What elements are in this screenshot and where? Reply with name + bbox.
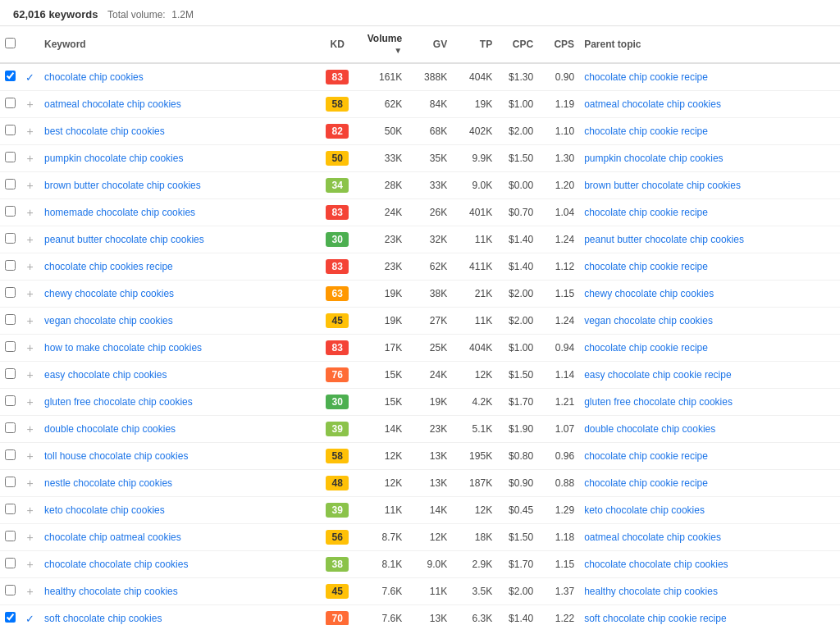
- parent-topic-link[interactable]: pumpkin chocolate chip cookies: [584, 153, 723, 164]
- keyword-link[interactable]: chocolate chip cookies: [44, 71, 144, 83]
- plus-icon[interactable]: +: [26, 98, 33, 111]
- keyword-link[interactable]: keto chocolate chip cookies: [44, 504, 165, 516]
- plus-icon[interactable]: +: [26, 260, 33, 273]
- select-all-checkbox[interactable]: [5, 38, 16, 48]
- plus-icon[interactable]: +: [26, 395, 33, 408]
- row-action[interactable]: +: [21, 416, 39, 443]
- row-action[interactable]: +: [21, 470, 39, 497]
- row-checkbox[interactable]: [5, 422, 16, 433]
- row-checkbox[interactable]: [5, 368, 16, 379]
- row-checkbox[interactable]: [5, 98, 16, 108]
- row-checkbox[interactable]: [5, 477, 16, 487]
- row-checkbox[interactable]: [5, 449, 16, 460]
- parent-topic-link[interactable]: oatmeal chocolate chip cookies: [584, 531, 721, 543]
- plus-icon[interactable]: +: [26, 558, 33, 571]
- plus-icon[interactable]: +: [26, 179, 33, 192]
- row-checkbox[interactable]: [5, 341, 16, 352]
- row-checkbox[interactable]: [5, 125, 16, 135]
- keyword-link[interactable]: pumpkin chocolate chip cookies: [44, 153, 183, 164]
- keyword-link[interactable]: vegan chocolate chip cookies: [44, 315, 173, 326]
- row-checkbox[interactable]: [5, 585, 16, 595]
- parent-topic-link[interactable]: chocolate chip cookie recipe: [584, 207, 708, 218]
- row-checkbox[interactable]: [5, 152, 16, 162]
- plus-icon[interactable]: +: [26, 287, 33, 300]
- col-header-volume[interactable]: Volume ▼: [358, 26, 407, 63]
- keyword-link[interactable]: how to make chocolate chip cookies: [44, 342, 202, 354]
- row-action[interactable]: +: [21, 145, 39, 172]
- parent-topic-link[interactable]: keto chocolate chip cookies: [584, 504, 705, 516]
- row-action[interactable]: +: [21, 281, 39, 308]
- col-header-cps[interactable]: CPS: [538, 26, 579, 63]
- plus-icon[interactable]: +: [26, 368, 33, 381]
- parent-topic-link[interactable]: chocolate chip cookie recipe: [584, 477, 708, 489]
- keyword-link[interactable]: brown butter chocolate chip cookies: [44, 180, 201, 191]
- plus-icon[interactable]: +: [26, 233, 33, 246]
- keyword-link[interactable]: homemade chocolate chip cookies: [44, 207, 195, 218]
- row-action[interactable]: +: [21, 497, 39, 524]
- row-action[interactable]: +: [21, 226, 39, 253]
- row-checkbox[interactable]: [5, 179, 16, 189]
- row-checkbox[interactable]: [5, 314, 16, 325]
- keyword-link[interactable]: chocolate chip cookies recipe: [44, 261, 173, 272]
- plus-icon[interactable]: +: [26, 531, 33, 544]
- keyword-link[interactable]: soft chocolate chip cookies: [44, 613, 162, 624]
- keyword-link[interactable]: toll house chocolate chip cookies: [44, 450, 188, 462]
- row-action[interactable]: +: [21, 524, 39, 551]
- plus-icon[interactable]: +: [26, 125, 33, 138]
- plus-icon[interactable]: +: [26, 504, 33, 517]
- keyword-link[interactable]: healthy chocolate chip cookies: [44, 586, 178, 597]
- plus-icon[interactable]: +: [26, 152, 33, 165]
- col-header-parent[interactable]: Parent topic: [579, 26, 840, 63]
- keyword-link[interactable]: easy chocolate chip cookies: [44, 369, 167, 381]
- row-action[interactable]: +: [21, 443, 39, 470]
- parent-topic-link[interactable]: chewy chocolate chip cookies: [584, 288, 714, 299]
- row-action[interactable]: +: [21, 308, 39, 335]
- parent-topic-link[interactable]: gluten free chocolate chip cookies: [584, 396, 733, 408]
- parent-topic-link[interactable]: chocolate chip cookie recipe: [584, 450, 708, 462]
- row-action[interactable]: +: [21, 91, 39, 118]
- plus-icon[interactable]: +: [26, 314, 33, 327]
- keyword-link[interactable]: double chocolate chip cookies: [44, 423, 176, 435]
- row-action[interactable]: +: [21, 551, 39, 578]
- plus-icon[interactable]: +: [26, 206, 33, 219]
- row-checkbox[interactable]: [5, 504, 16, 514]
- keyword-link[interactable]: chocolate chocolate chip cookies: [44, 559, 188, 570]
- keyword-link[interactable]: nestle chocolate chip cookies: [44, 477, 172, 489]
- row-action[interactable]: +: [21, 335, 39, 362]
- parent-topic-link[interactable]: brown butter chocolate chip cookies: [584, 180, 741, 191]
- parent-topic-link[interactable]: chocolate chip cookie recipe: [584, 261, 708, 272]
- keyword-link[interactable]: chocolate chip oatmeal cookies: [44, 531, 181, 543]
- col-header-kd[interactable]: KD: [317, 26, 358, 63]
- row-action[interactable]: ✓: [21, 63, 39, 91]
- row-checkbox[interactable]: [5, 612, 16, 623]
- plus-icon[interactable]: +: [26, 477, 33, 490]
- keyword-link[interactable]: best chocolate chip cookies: [44, 125, 165, 137]
- parent-topic-link[interactable]: chocolate chip cookie recipe: [584, 125, 708, 137]
- plus-icon[interactable]: +: [26, 585, 33, 598]
- keyword-link[interactable]: oatmeal chocolate chip cookies: [44, 98, 181, 110]
- parent-topic-link[interactable]: chocolate chocolate chip cookies: [584, 559, 728, 570]
- parent-topic-link[interactable]: easy chocolate chip cookie recipe: [584, 369, 731, 381]
- row-action[interactable]: +: [21, 199, 39, 226]
- parent-topic-link[interactable]: chocolate chip cookie recipe: [584, 71, 708, 83]
- row-action[interactable]: +: [21, 118, 39, 145]
- parent-topic-link[interactable]: healthy chocolate chip cookies: [584, 586, 718, 597]
- row-checkbox[interactable]: [5, 287, 16, 298]
- keyword-link[interactable]: chewy chocolate chip cookies: [44, 288, 174, 299]
- row-action[interactable]: +: [21, 362, 39, 389]
- plus-icon[interactable]: +: [26, 422, 33, 436]
- parent-topic-link[interactable]: vegan chocolate chip cookies: [584, 315, 713, 326]
- col-header-gv[interactable]: GV: [407, 26, 452, 63]
- row-checkbox[interactable]: [5, 531, 16, 541]
- row-checkbox[interactable]: [5, 71, 16, 81]
- parent-topic-link[interactable]: oatmeal chocolate chip cookies: [584, 98, 721, 110]
- row-action[interactable]: +: [21, 389, 39, 416]
- parent-topic-link[interactable]: chocolate chip cookie recipe: [584, 342, 708, 354]
- col-header-cpc[interactable]: CPC: [497, 26, 538, 63]
- parent-topic-link[interactable]: soft chocolate chip cookie recipe: [584, 613, 726, 624]
- col-header-tp[interactable]: TP: [452, 26, 497, 63]
- plus-icon[interactable]: +: [26, 341, 33, 354]
- parent-topic-link[interactable]: double chocolate chip cookies: [584, 423, 715, 435]
- plus-icon[interactable]: +: [26, 449, 33, 463]
- row-checkbox[interactable]: [5, 260, 16, 271]
